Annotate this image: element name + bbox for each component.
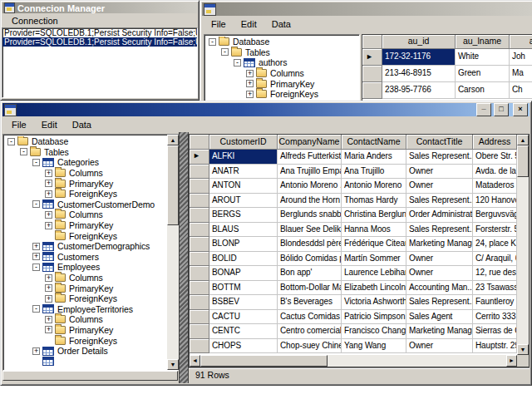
column-header[interactable]: Address [473, 135, 517, 150]
grid-cell[interactable]: Owner [406, 266, 473, 281]
row-header[interactable] [190, 295, 209, 310]
tree-item[interactable]: -authors [206, 57, 357, 68]
column-header[interactable]: au_lname [456, 35, 510, 49]
collapse-minus-icon[interactable]: - [209, 38, 216, 46]
column-header[interactable]: CustomerID [209, 135, 278, 150]
row-header[interactable] [190, 281, 209, 296]
expand-plus-icon[interactable]: + [45, 170, 52, 177]
grid-cell[interactable]: Maria Anders [342, 150, 406, 165]
collapse-minus-icon[interactable]: - [221, 48, 229, 56]
grid-vertical-scrollbar[interactable]: ▲ ▼ [517, 135, 529, 355]
row-header[interactable] [190, 208, 209, 223]
tree-item[interactable] [5, 356, 166, 367]
tree-item[interactable]: -Tables [5, 147, 166, 158]
expand-plus-icon[interactable]: + [32, 347, 40, 355]
tree-horizontal-scrollbar[interactable] [2, 371, 178, 381]
expand-plus-icon[interactable]: + [45, 326, 52, 333]
row-header[interactable] [190, 194, 209, 209]
scroll-right-icon[interactable]: ► [506, 355, 517, 367]
expand-plus-icon[interactable]: + [45, 284, 52, 292]
expand-plus-icon[interactable]: + [32, 243, 40, 250]
main-window-icon[interactable] [4, 104, 17, 116]
maximize-button[interactable]: □ [494, 103, 509, 116]
row-header[interactable]: ► [362, 49, 382, 66]
row-header[interactable] [190, 324, 209, 339]
row-header[interactable] [190, 179, 209, 194]
grid-cell[interactable]: Marketing Manager [406, 237, 473, 252]
tree-item[interactable]: +PrimaryKey [5, 325, 166, 336]
menu-item-file[interactable]: File [4, 118, 34, 131]
grid-cell[interactable]: BOTTM [209, 281, 278, 296]
grid-cell[interactable]: Berglunds snabb... [278, 208, 342, 223]
tree-item[interactable]: +Order Details [5, 346, 166, 357]
row-header[interactable] [190, 237, 209, 252]
grid-cell[interactable]: Carson [456, 82, 510, 99]
grid-cell[interactable]: 238-95-7766 [382, 82, 456, 99]
column-header[interactable]: ContactName [342, 135, 406, 150]
grid-cell[interactable]: Hauptstr. 29 [473, 339, 517, 354]
tree-item[interactable]: -EmployeeTerritories [5, 304, 166, 315]
grid-cell[interactable]: Frédérique Citeaux [342, 237, 406, 252]
tree-item[interactable]: ForeignKeys [5, 230, 166, 241]
tree-vertical-scrollbar[interactable]: ▲ ▼ [167, 135, 179, 370]
grid-cell[interactable]: Bólido Comidas p... [278, 252, 342, 267]
grid-cell[interactable]: B's Beverages [278, 295, 342, 310]
grid-cell[interactable]: Bon app' [278, 266, 342, 281]
grid-cell[interactable]: C/ Araquil, 67 [473, 252, 517, 267]
expand-plus-icon[interactable]: + [45, 316, 52, 323]
scroll-up-icon[interactable]: ▲ [167, 135, 179, 145]
grid-cell[interactable]: Cerrito 333 [473, 310, 517, 325]
expand-plus-icon[interactable]: + [45, 190, 52, 198]
grid-cell[interactable]: Chop-suey Chinese [278, 339, 342, 354]
collapse-minus-icon[interactable]: - [32, 159, 40, 166]
grid-cell[interactable]: Avda. de la Co [473, 165, 517, 180]
scroll-down-icon[interactable]: ▼ [167, 359, 179, 370]
grid-cell[interactable]: Alfreds Futterkiste [278, 150, 342, 165]
tree-item[interactable]: +Columns [5, 273, 166, 283]
grid-cell[interactable]: Laurence Lebihan [342, 266, 406, 281]
grid-cell[interactable]: BONAP [209, 266, 278, 281]
collapse-minus-icon[interactable]: - [32, 305, 40, 313]
grid-cell[interactable]: Marketing Manager [406, 324, 473, 339]
grid-cell[interactable]: Sales Represent... [406, 295, 473, 310]
grid-cell[interactable]: 12, rue des Bo [473, 266, 517, 281]
grid-cell[interactable]: Sales Agent [406, 310, 473, 325]
tree-item[interactable]: +CustomerDemographics [5, 241, 166, 252]
grid-cell[interactable]: Around the Horn [278, 194, 342, 209]
collapse-minus-icon[interactable]: - [32, 200, 40, 208]
grid-cell[interactable]: ANTON [209, 179, 278, 194]
tree-item[interactable]: +Columns [5, 314, 166, 325]
grid-vscroll-thumb[interactable] [517, 145, 529, 177]
expand-plus-icon[interactable]: + [45, 222, 52, 229]
grid-cell[interactable]: BERGS [209, 208, 278, 223]
row-header[interactable] [190, 252, 209, 267]
minimize-button[interactable]: _ [476, 103, 491, 116]
grid-cell[interactable]: Blauer See Delik... [278, 223, 342, 238]
grid-cell[interactable]: Elizabeth Lincoln [342, 281, 406, 296]
tree-item[interactable]: ForeignKeys [5, 335, 166, 346]
grid-cell[interactable]: 23 Tsawasser [473, 281, 517, 296]
tree-item[interactable]: +PrimaryKey [5, 283, 166, 293]
grid-cell[interactable]: Obere Str. 57 [473, 150, 517, 165]
tree-item[interactable]: +ForeignKeys [5, 189, 166, 200]
grid-cell[interactable]: Hanna Moos [342, 223, 406, 238]
grid-cell[interactable]: 172-32-1176 [382, 49, 456, 66]
tree-item[interactable]: +Columns [206, 68, 357, 79]
grid-cell[interactable]: Green [456, 66, 510, 82]
scroll-down-icon[interactable]: ▼ [517, 344, 529, 355]
column-header[interactable]: CompanyName [278, 135, 342, 150]
grid-cell[interactable]: CHOPS [209, 339, 278, 354]
grid-cell[interactable]: 24, place Kléb [473, 237, 517, 252]
tree-item[interactable]: -CustomerCustomerDemo [5, 200, 166, 210]
panel-splitter[interactable] [179, 132, 189, 383]
grid-cell[interactable]: ANATR [209, 165, 278, 180]
connection-list-item[interactable]: Provider=SQLOLEDB.1;Persist Security Inf… [2, 28, 197, 37]
menu-item-edit[interactable]: Edit [34, 118, 65, 131]
row-header[interactable]: ► [190, 150, 209, 165]
expand-plus-icon[interactable]: + [45, 180, 52, 187]
grid-cell[interactable]: Mataderos 23 [473, 179, 517, 194]
row-header[interactable] [190, 339, 209, 354]
close-button[interactable]: × [513, 103, 528, 116]
grid-cell[interactable]: Joh [510, 49, 532, 66]
grid-cell[interactable]: BLAUS [209, 223, 278, 238]
